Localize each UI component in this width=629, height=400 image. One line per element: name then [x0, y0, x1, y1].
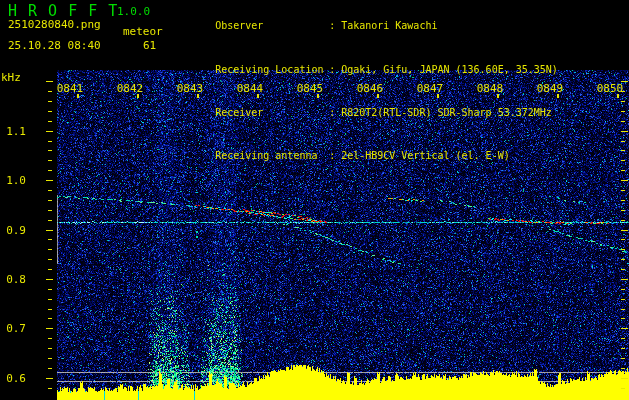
mode-label: meteor — [123, 26, 163, 38]
x-tick-label: 0843 — [168, 83, 212, 94]
info-separator: : — [329, 19, 341, 33]
x-tick-label: 0850 — [588, 83, 629, 94]
record-datetime: 25.10.28 08:40 — [8, 40, 101, 52]
echo-count: 61 — [143, 40, 156, 52]
x-tick-label: 0845 — [288, 83, 332, 94]
y-tick-label: 0.6 — [0, 373, 26, 384]
x-tick-label: 0842 — [108, 83, 152, 94]
y-tick-label: 0.9 — [0, 225, 26, 236]
x-tick-label: 0846 — [348, 83, 392, 94]
hrofft-screen: H R O F F T 1.0.0 2510280840.png meteor … — [0, 0, 629, 400]
x-tick-label: 0844 — [228, 83, 272, 94]
info-separator: : — [329, 106, 341, 120]
info-label: Receiver — [215, 106, 329, 120]
info-label: Observer — [215, 19, 329, 33]
info-row: Observer:Takanori Kawachi — [179, 5, 558, 48]
y-tick-label: 1.0 — [0, 175, 26, 186]
khz-axis-label: kHz — [1, 72, 21, 84]
app-version: 1.0.0 — [117, 6, 150, 18]
x-tick-label: 0841 — [48, 83, 92, 94]
info-value: Ogaki, Gifu, JAPAN (136.60E, 35.35N) — [341, 64, 558, 75]
info-value: Takanori Kawachi — [341, 20, 437, 31]
x-tick-label: 0848 — [468, 83, 512, 94]
info-value: R820T2(RTL-SDR) SDR-Sharp 53.372MHz — [341, 107, 552, 118]
y-tick-label: 0.7 — [0, 323, 26, 334]
info-row: Receiving antenna:2el-HB9CV Vertical (el… — [179, 135, 558, 178]
y-tick-label: 1.1 — [0, 126, 26, 137]
y-tick-label: 0.8 — [0, 274, 26, 285]
info-value: 2el-HB9CV Vertical (el. E-W) — [341, 150, 510, 161]
info-separator: : — [329, 63, 341, 77]
info-row: Receiver:R820T2(RTL-SDR) SDR-Sharp 53.37… — [179, 91, 558, 134]
info-separator: : — [329, 149, 341, 163]
info-label: Receiving Location — [215, 63, 329, 77]
x-tick-label: 0847 — [408, 83, 452, 94]
info-label: Receiving antenna — [215, 149, 329, 163]
x-tick-label: 0849 — [528, 83, 572, 94]
file-name: 2510280840.png — [8, 19, 101, 31]
